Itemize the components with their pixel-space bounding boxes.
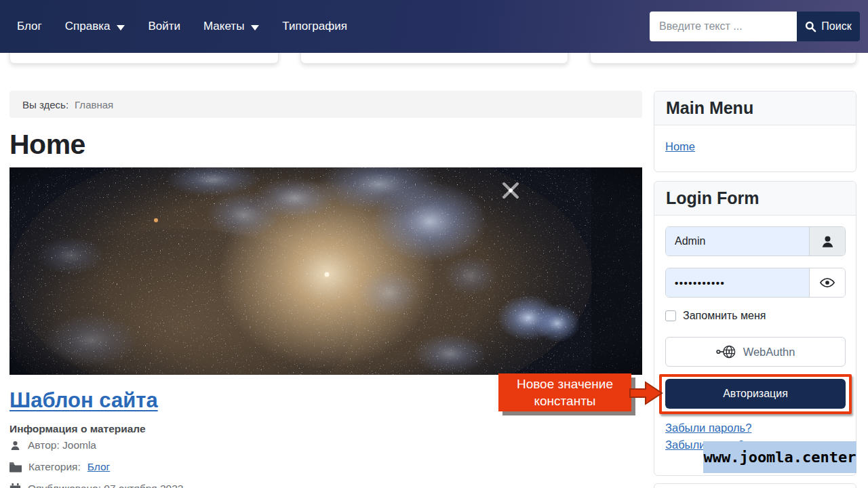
breadcrumb: Вы здесь: Главная [9,91,642,118]
annotation-arrow-right-icon [629,380,663,406]
calendar-icon [9,483,21,488]
webauthn-button[interactable]: WebAuthn [665,337,846,367]
article-category-row: Категория: Блог [9,461,110,473]
nav-item-label: Войти [148,20,180,33]
sidebar-item-home[interactable]: Home [665,140,695,153]
article-title-link[interactable]: Шаблон сайта [9,388,158,413]
search-button-label: Поиск [821,20,851,33]
annotation-line1: Новое значение [517,375,613,392]
navbar: Блог Справка Войти Макеты Типография Пои… [0,0,868,53]
author-person-icon [9,440,21,451]
caret-down-icon [117,25,125,30]
nav-item-layouts[interactable]: Макеты [192,20,271,33]
nav-item-typography[interactable]: Типография [271,20,359,33]
search-box: Поиск [650,12,860,41]
password-input-group [665,268,846,298]
toggle-password-visibility-button[interactable] [809,268,845,297]
nav-item-login[interactable]: Войти [136,20,192,33]
username-addon [809,227,845,256]
remember-me-checkbox[interactable] [665,310,676,321]
nav-item-blog[interactable]: Блог [17,20,54,33]
password-input[interactable] [666,268,809,297]
remember-me-label: Запомнить меня [683,310,766,322]
forgot-password-link[interactable]: Забыли пароль? [665,422,751,434]
search-input[interactable] [650,12,797,41]
login-form-title: Login Form [654,182,856,216]
username-input[interactable] [666,227,809,256]
article-category-link[interactable]: Блог [87,461,111,473]
nav-item-label: Типография [282,20,347,33]
username-input-group [665,226,846,256]
nav-item-label: Справка [65,20,111,33]
article-hero-galaxy-image [9,167,642,375]
annotation-callout-box: Новое значение константы [498,373,631,411]
nav-item-label: Макеты [203,20,244,33]
article-published-row: Опубликовано: 07 октября 2022 [9,483,183,488]
next-module-card-stub [654,483,856,488]
webauthn-label: WebAuthn [743,346,795,359]
breadcrumb-prefix: Вы здесь: [22,99,68,110]
search-button[interactable]: Поиск [797,12,860,41]
main-menu-card: Main Menu [654,91,856,172]
nav-menu: Блог Справка Войти Макеты Типография [0,20,359,33]
article-author-label: Автор: Joomla [28,439,96,451]
eye-icon [820,277,835,288]
watermark-badge: www.joomla.center [703,441,856,473]
caret-down-icon [251,25,259,30]
remember-me-row: Запомнить меня [665,310,766,322]
main-menu-title: Main Menu [654,92,856,125]
article-author-row: Автор: Joomla [9,439,96,451]
annotation-line2: константы [534,392,596,409]
nav-item-help[interactable]: Справка [54,20,137,33]
watermark-text: www.joomla.center [703,449,856,466]
login-submit-button[interactable]: Авторизация [665,379,846,409]
page: Блог Справка Войти Макеты Типография Пои… [0,0,868,488]
breadcrumb-current: Главная [75,99,113,110]
article-info-heading: Информация о материале [9,423,146,435]
article-category-label: Категория: [28,461,81,473]
webauthn-key-icon [716,344,736,360]
page-title: Home [9,129,85,161]
person-icon [821,235,835,249]
search-icon [805,21,816,33]
category-folder-icon [9,462,22,472]
nav-item-label: Блог [17,20,42,33]
article-published-label: Опубликовано: 07 октября 2022 [28,483,183,488]
